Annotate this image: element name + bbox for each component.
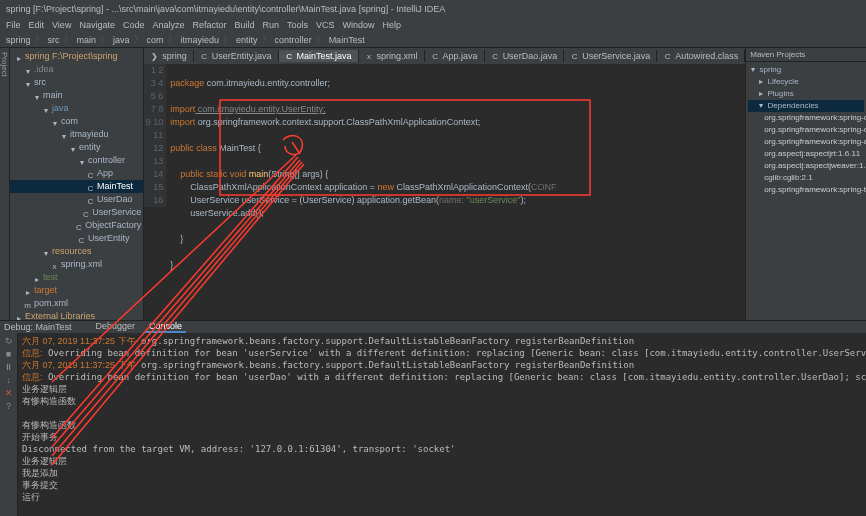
help-icon[interactable]: ? — [4, 401, 14, 411]
tree-icon: C — [77, 234, 86, 243]
maven-node[interactable]: org.aspectj:aspectjweaver:1.6.11 — [748, 160, 864, 172]
file-icon: C — [663, 52, 672, 61]
editor-tab[interactable]: CUserDao.java — [485, 50, 565, 62]
main-area: Project ▸spring F:\Project\spring▾.idea▾… — [0, 48, 866, 320]
file-icon: C — [431, 52, 440, 61]
menu-view[interactable]: View — [52, 20, 71, 30]
code-area[interactable]: package com.itmayiedu.entity.controller;… — [166, 64, 745, 320]
tree-node[interactable]: xspring.xml — [10, 258, 143, 271]
menu-build[interactable]: Build — [234, 20, 254, 30]
menu-file[interactable]: File — [6, 20, 21, 30]
stop-icon[interactable]: ■ — [4, 349, 14, 359]
tree-icon: ▾ — [23, 78, 32, 87]
tree-node[interactable]: ▾com — [10, 115, 143, 128]
tree-icon: ▾ — [41, 247, 50, 256]
editor-tab[interactable]: CMainTest.java — [279, 50, 359, 62]
editor-tab[interactable]: xspring.xml — [359, 50, 425, 62]
maven-node[interactable]: cglib:cglib:2.1 — [748, 172, 864, 184]
project-tree[interactable]: ▸spring F:\Project\spring▾.idea▾src▾main… — [10, 48, 144, 320]
maven-node[interactable]: org.springframework:spring-aop:4.3.3.REL… — [748, 136, 864, 148]
tree-node[interactable]: ▸spring F:\Project\spring — [10, 50, 143, 63]
tree-node[interactable]: CUserDao — [10, 193, 143, 206]
tree-icon: m — [23, 299, 32, 308]
maven-node[interactable]: org.aspectj:aspectjrt:1.6.11 — [748, 148, 864, 160]
menu-vcs[interactable]: VCS — [316, 20, 335, 30]
breadcrumb-item[interactable]: src — [48, 35, 60, 45]
file-icon: C — [285, 52, 294, 61]
editor-tab[interactable]: ❯spring — [144, 50, 194, 62]
tree-node[interactable]: ▾controller — [10, 154, 143, 167]
editor-tab[interactable]: CApp.java — [425, 50, 485, 62]
tree-node[interactable]: ▾entity — [10, 141, 143, 154]
breadcrumb-item[interactable]: spring — [6, 35, 31, 45]
project-tool-label[interactable]: Project — [0, 52, 9, 77]
breadcrumb-item[interactable]: itmayiedu — [181, 35, 220, 45]
tree-node[interactable]: CUserEntity — [10, 232, 143, 245]
breadcrumb-sep: 〉 — [35, 33, 44, 46]
breadcrumb-item[interactable]: entity — [236, 35, 258, 45]
menu-code[interactable]: Code — [123, 20, 145, 30]
breadcrumb-item[interactable]: main — [77, 35, 97, 45]
breadcrumb-sep: 〉 — [134, 33, 143, 46]
maven-node[interactable]: org.springframework:spring-tx:4.2.4.RELE… — [748, 184, 864, 196]
maven-node[interactable]: ▸ Plugins — [748, 88, 864, 100]
left-tool-strip[interactable]: Project — [0, 48, 10, 320]
menu-run[interactable]: Run — [263, 20, 280, 30]
tree-node[interactable]: CObjectFactory — [10, 219, 143, 232]
breadcrumb-sep: 〉 — [223, 33, 232, 46]
tree-node[interactable]: ▾src — [10, 76, 143, 89]
tree-icon: ▸ — [14, 312, 23, 320]
tree-icon: ▾ — [59, 130, 68, 139]
tree-node[interactable]: ▾.idea — [10, 63, 143, 76]
menu-refactor[interactable]: Refactor — [192, 20, 226, 30]
breadcrumb-item[interactable]: MainTest — [329, 35, 365, 45]
tree-node[interactable]: ▾main — [10, 89, 143, 102]
menu-tools[interactable]: Tools — [287, 20, 308, 30]
tree-node[interactable]: ▾java — [10, 102, 143, 115]
menu-help[interactable]: Help — [383, 20, 402, 30]
close-icon[interactable]: ✕ — [4, 388, 14, 398]
tree-node[interactable]: ▸test — [10, 271, 143, 284]
menu-analyze[interactable]: Analyze — [152, 20, 184, 30]
menu-navigate[interactable]: Navigate — [79, 20, 115, 30]
tree-node[interactable]: ▾itmayiedu — [10, 128, 143, 141]
maven-node[interactable]: ▸ Lifecycle — [748, 76, 864, 88]
tree-node[interactable]: CMainTest — [10, 180, 143, 193]
debug-title: Debug: MainTest — [4, 322, 72, 332]
pause-icon[interactable]: ⏸ — [4, 362, 14, 372]
editor-tab[interactable]: CUserService.java — [564, 50, 657, 62]
maven-node[interactable]: org.springframework:spring-context:5.0.5… — [748, 124, 864, 136]
editor-tabs[interactable]: ❯springCUserEntity.javaCMainTest.javaxsp… — [144, 48, 745, 64]
breadcrumb-sep: 〉 — [316, 33, 325, 46]
tree-node[interactable]: mpom.xml — [10, 297, 143, 310]
debug-side-toolbar[interactable]: ↻ ■ ⏸ ↓ ✕ ? — [0, 333, 18, 516]
rerun-icon[interactable]: ↻ — [4, 336, 14, 346]
maven-node[interactable]: ▾ spring — [748, 64, 864, 76]
tree-node[interactable]: CUserService — [10, 206, 143, 219]
menu-window[interactable]: Window — [343, 20, 375, 30]
tree-node[interactable]: ▸External Libraries — [10, 310, 143, 320]
editor-tab[interactable]: CAutowired.class — [657, 50, 745, 62]
tree-icon: ▾ — [68, 143, 77, 152]
maven-node[interactable]: ▾ Dependencies — [748, 100, 864, 112]
tree-icon: ▾ — [50, 117, 59, 126]
maven-node[interactable]: org.springframework:spring-core:5.0.5.RE… — [748, 112, 864, 124]
console-output[interactable]: 六月 07, 2019 11:37:25 下午 org.springframew… — [18, 333, 866, 516]
debug-tab[interactable]: Console — [145, 321, 186, 333]
tree-icon: ▾ — [32, 91, 41, 100]
breadcrumb-item[interactable]: controller — [275, 35, 312, 45]
editor-tab[interactable]: CUserEntity.java — [194, 50, 279, 62]
breadcrumb-item[interactable]: java — [113, 35, 130, 45]
step-icon[interactable]: ↓ — [4, 375, 14, 385]
breadcrumb-sep: 〉 — [64, 33, 73, 46]
tree-node[interactable]: ▾resources — [10, 245, 143, 258]
debug-tab[interactable]: Debugger — [92, 321, 140, 333]
tree-node[interactable]: CApp — [10, 167, 143, 180]
tree-icon: ▾ — [23, 65, 32, 74]
tree-icon: C — [86, 182, 95, 191]
breadcrumb-item[interactable]: com — [147, 35, 164, 45]
menu-edit[interactable]: Edit — [29, 20, 45, 30]
maven-panel[interactable]: Maven Projects ▾ spring▸ Lifecycle▸ Plug… — [745, 48, 866, 320]
editor-area: ❯springCUserEntity.javaCMainTest.javaxsp… — [144, 48, 745, 320]
tree-node[interactable]: ▸target — [10, 284, 143, 297]
